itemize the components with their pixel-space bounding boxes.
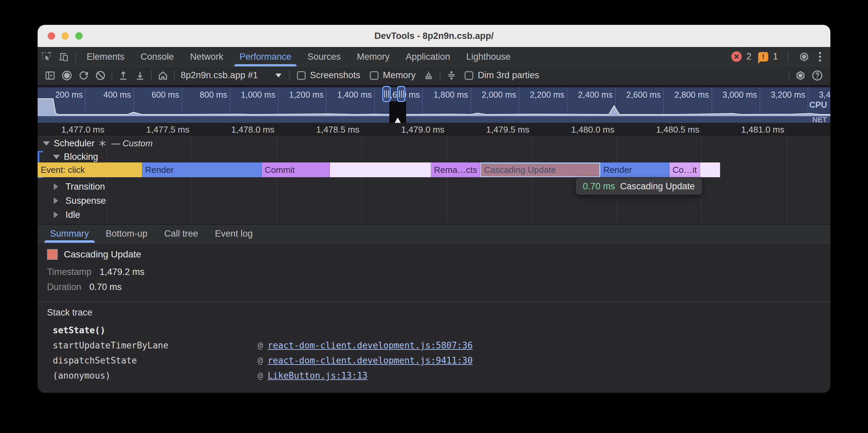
at-symbol: @	[258, 353, 263, 368]
selection-right-handle[interactable]	[397, 86, 405, 102]
tab-console[interactable]: Console	[133, 47, 182, 66]
selection-window[interactable]	[389, 101, 406, 123]
details-tab-label: Call tree	[164, 229, 198, 239]
chevron-collapsed-icon[interactable]	[54, 197, 61, 204]
detail-time-ruler[interactable]: 1,477.0 ms1,477.5 ms1,478.0 ms1,478.5 ms…	[38, 123, 830, 136]
tab-performance[interactable]: Performance	[231, 47, 300, 66]
clear-recording-button[interactable]	[92, 67, 109, 84]
separator	[75, 52, 76, 62]
inspect-element-button[interactable]	[38, 48, 55, 65]
home-button[interactable]	[155, 67, 171, 84]
reload-icon	[78, 70, 89, 81]
home-icon	[158, 70, 168, 81]
device-toolbar-icon	[58, 52, 69, 62]
devtools-tabbar: ElementsConsoleNetworkPerformanceSources…	[38, 47, 830, 66]
track-scheduler-suffix: — Custom	[112, 138, 153, 149]
flame-event[interactable]	[330, 162, 431, 177]
garbage-collect-icon	[423, 70, 434, 81]
tab-elements[interactable]: Elements	[79, 47, 133, 66]
flame-event-render[interactable]: Render	[600, 162, 670, 177]
memory-checkbox[interactable]	[370, 71, 379, 80]
screenshots-checkbox[interactable]	[297, 71, 306, 80]
stack-trace-row: (anonymous)@LikeButton.js:13:13	[53, 368, 820, 383]
screenshots-toggle[interactable]: Screenshots	[297, 70, 361, 80]
details-tab-call-tree[interactable]: Call tree	[156, 225, 207, 243]
chevron-collapsed-icon[interactable]	[54, 211, 61, 218]
capture-settings-button[interactable]	[792, 67, 809, 84]
devtools-window: DevTools - 8p2n9n.csb.app/ ElementsConso…	[38, 25, 830, 393]
event-color-swatch	[47, 249, 58, 260]
separator	[151, 70, 152, 81]
error-count[interactable]: 2	[746, 52, 751, 62]
stack-trace-title: Stack trace	[47, 307, 92, 318]
collect-garbage-button[interactable]	[420, 67, 437, 84]
toggle-sidebar-button[interactable]	[42, 67, 58, 84]
flame-event-commit[interactable]: Commit	[262, 162, 330, 177]
source-location-link[interactable]: react-dom-client.development.js:5807:36	[268, 338, 473, 353]
warning-badge-icon[interactable]: !	[758, 52, 768, 61]
settings-button[interactable]	[796, 48, 813, 65]
separator	[787, 52, 788, 62]
chevron-expanded-icon[interactable]	[53, 155, 60, 162]
source-location-link[interactable]: LikeButton.js:13:13	[268, 368, 368, 383]
record-button[interactable]	[58, 67, 75, 84]
selection-left-handle[interactable]	[382, 86, 391, 102]
stack-function-name: startUpdateTimerByLane	[53, 340, 168, 351]
flame-tooltip: 0.70 ms Cascading Update	[576, 178, 702, 195]
flame-event-rema-cts[interactable]: Rema…cts	[431, 162, 480, 177]
tab-label: Sources	[307, 52, 341, 62]
flame-bars-row: Event: clickRenderCommitRema…ctsCascadin…	[38, 162, 830, 177]
summary-event-name: Cascading Update	[64, 248, 141, 261]
group-transition[interactable]: Transition	[38, 180, 830, 193]
reload-and-record-button[interactable]	[75, 67, 92, 84]
warning-count[interactable]: 1	[773, 52, 778, 62]
detail-ruler-tick: 1,478.0 ms	[231, 123, 274, 136]
download-icon	[135, 70, 146, 81]
group-idle[interactable]: Idle	[38, 208, 830, 222]
dim-3rd-parties-checkbox[interactable]	[465, 71, 473, 80]
flame-event-render[interactable]: Render	[142, 162, 262, 177]
tab-lighthouse[interactable]: Lighthouse	[458, 47, 519, 66]
divider	[38, 301, 830, 302]
target-selector-dropdown[interactable]: 8p2n9n.csb.app #1	[177, 70, 286, 80]
tab-sources[interactable]: Sources	[299, 47, 349, 66]
flame-event-event-click[interactable]: Event: click	[38, 162, 142, 177]
overview-ruler[interactable]: 200 ms400 ms600 ms800 ms1,000 ms1,200 ms…	[38, 87, 830, 116]
help-button[interactable]	[809, 67, 826, 84]
chevron-expanded-icon[interactable]	[43, 141, 50, 149]
memory-toggle[interactable]: Memory	[370, 70, 416, 80]
download-profile-button[interactable]	[132, 67, 149, 84]
separator	[440, 70, 440, 81]
timeline-overview[interactable]: 200 ms400 ms600 ms800 ms1,000 ms1,200 ms…	[38, 85, 830, 123]
device-toolbar-button[interactable]	[55, 48, 72, 65]
flame-chart[interactable]: Scheduler — Custom Blocking Event: click…	[38, 136, 830, 224]
custom-track-icon	[98, 139, 107, 148]
dim-3rd-parties-toggle[interactable]: Dim 3rd parties	[465, 70, 539, 80]
upload-profile-button[interactable]	[115, 67, 132, 84]
details-tab-summary[interactable]: Summary	[42, 225, 97, 243]
tooltip-event-name: Cascading Update	[620, 181, 695, 192]
tab-memory[interactable]: Memory	[349, 47, 398, 66]
details-tabbar: SummaryBottom-upCall treeEvent log	[38, 224, 830, 243]
error-badge-icon[interactable]: ✕	[731, 52, 742, 62]
stack-location: @react-dom-client.development.js:5807:36	[258, 338, 473, 353]
titlebar: DevTools - 8p2n9n.csb.app/	[38, 25, 830, 47]
at-symbol: @	[258, 338, 263, 353]
flame-event-cascading-update[interactable]: Cascading Update	[480, 162, 600, 177]
tab-network[interactable]: Network	[182, 47, 231, 66]
group-blocking[interactable]: Blocking	[38, 151, 830, 162]
more-options-button[interactable]	[817, 51, 822, 63]
group-suspense[interactable]: Suspense	[38, 194, 830, 207]
separator	[789, 70, 789, 81]
cpu-activity-chart	[38, 97, 830, 116]
tab-application[interactable]: Application	[398, 47, 458, 66]
shortcuts-dialog-button[interactable]	[443, 67, 460, 84]
chevron-collapsed-icon[interactable]	[54, 183, 61, 190]
flame-event[interactable]	[700, 162, 720, 177]
summary-panel: Cascading Update Timestamp1,479.2 msDura…	[38, 243, 830, 393]
details-tab-bottom-up[interactable]: Bottom-up	[97, 225, 156, 243]
details-tab-event-log[interactable]: Event log	[207, 225, 261, 243]
track-scheduler[interactable]: Scheduler — Custom	[38, 136, 830, 151]
source-location-link[interactable]: react-dom-client.development.js:9411:30	[268, 353, 473, 368]
flame-event-co-it[interactable]: Co…it	[670, 162, 700, 177]
